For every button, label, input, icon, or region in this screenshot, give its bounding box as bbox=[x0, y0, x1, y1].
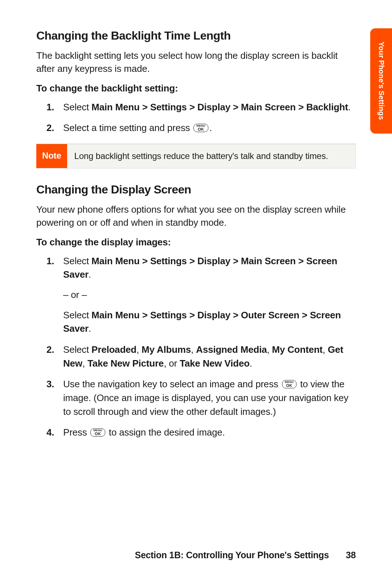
step-item: Select Preloaded, My Albums, Assigned Me… bbox=[63, 343, 356, 370]
section-title: Changing the Display Screen bbox=[36, 183, 356, 196]
footer-section: Section 1B: Controlling Your Phone's Set… bbox=[135, 550, 329, 560]
step-item: Use the navigation key to select an imag… bbox=[63, 377, 356, 418]
menu-ok-key-icon: MENUOK bbox=[193, 124, 208, 132]
step-suffix: . bbox=[89, 323, 91, 334]
step-prefix: Select bbox=[63, 256, 91, 266]
note-label: Note bbox=[36, 144, 67, 168]
steps-list: Select Main Menu > Settings > Display > … bbox=[36, 101, 356, 135]
key-bot: OK bbox=[286, 384, 292, 387]
key-bot: OK bbox=[95, 432, 101, 436]
step-prefix: Select bbox=[63, 310, 91, 320]
side-tab-phone-settings: Your Phone's Settings bbox=[370, 28, 392, 134]
step-item: Select a time setting and press MENUOK. bbox=[63, 121, 356, 135]
opt: Preloaded bbox=[91, 344, 136, 355]
note-body: Long backlight settings reduce the batte… bbox=[67, 144, 356, 168]
page-number: 38 bbox=[346, 550, 356, 560]
step-item: Select Main Menu > Settings > Display > … bbox=[63, 101, 356, 114]
step-path-bold: Main Menu > Settings > Display > Main Sc… bbox=[63, 256, 337, 280]
section-subheading: To change the backlight setting: bbox=[36, 83, 356, 94]
step-prefix: Press bbox=[63, 427, 89, 438]
opt: Assigned Media bbox=[196, 344, 267, 355]
page-footer: Section 1B: Controlling Your Phone's Set… bbox=[36, 550, 356, 560]
steps-list: Select Main Menu > Settings > Display > … bbox=[36, 254, 356, 440]
step-prefix: Use the navigation key to select an imag… bbox=[63, 379, 281, 389]
step-path-bold: Main Menu > Settings > Display > Outer S… bbox=[63, 310, 341, 334]
side-tab-label: Your Phone's Settings bbox=[377, 42, 385, 120]
step-item: Select Main Menu > Settings > Display > … bbox=[63, 254, 356, 336]
note-block: Note Long backlight settings reduce the … bbox=[36, 144, 356, 168]
menu-ok-key-icon: MENUOK bbox=[90, 428, 105, 437]
section-intro: Your new phone offers options for what y… bbox=[36, 203, 356, 229]
menu-ok-key-icon: MENUOK bbox=[282, 380, 297, 388]
opt: My Content bbox=[272, 344, 323, 355]
section-subheading: To change the display images: bbox=[36, 237, 356, 248]
step-suffix: to assign the desired image. bbox=[106, 427, 225, 438]
or-separator: – or – bbox=[63, 288, 356, 302]
step-suffix: . bbox=[250, 358, 252, 369]
step-suffix: . bbox=[348, 102, 351, 113]
step-suffix: . bbox=[89, 269, 91, 280]
join-or: , or bbox=[164, 358, 180, 369]
step-item: Press MENUOK to assign the desired image… bbox=[63, 426, 356, 440]
page-container: Your Phone's Settings Changing the Backl… bbox=[0, 0, 392, 588]
step-suffix: . bbox=[209, 122, 212, 133]
step-prefix: Select bbox=[63, 344, 91, 355]
key-bot: OK bbox=[198, 127, 204, 131]
opt: My Albums bbox=[142, 344, 191, 355]
step-prefix: Select a time setting and press bbox=[63, 122, 192, 133]
section-intro: The backlight setting lets you select ho… bbox=[36, 49, 356, 75]
section-title: Changing the Backlight Time Length bbox=[36, 29, 356, 42]
step-prefix: Select bbox=[63, 102, 91, 113]
opt: Take New Picture bbox=[87, 358, 164, 369]
step-path-bold: Main Menu > Settings > Display > Main Sc… bbox=[91, 102, 348, 113]
opt-last: Take New Video bbox=[180, 358, 250, 369]
